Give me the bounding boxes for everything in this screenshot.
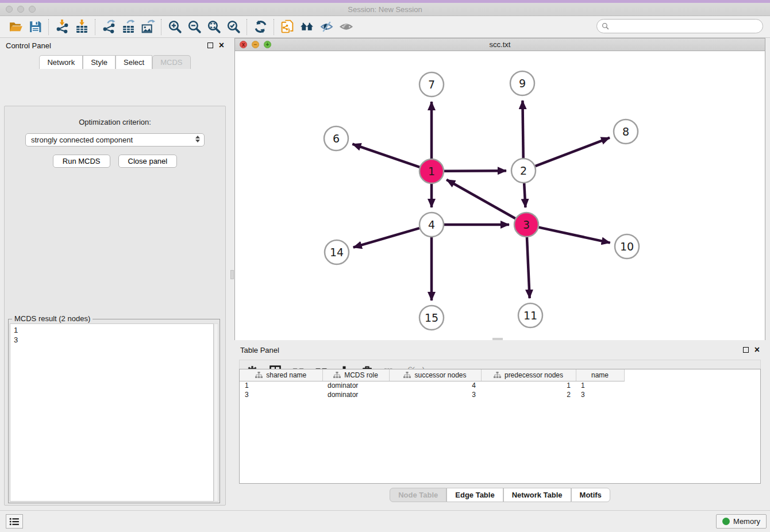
edge-3-1[interactable] [446,180,515,218]
control-panel-title: Control Panel [6,41,207,50]
control-panel-tabs: Network Style Select MCDS [0,55,230,69]
tab-network-table[interactable]: Network Table [503,488,571,502]
cell-mcds-role[interactable]: dominator [322,381,389,390]
tab-mcds[interactable]: MCDS [152,55,190,69]
network-graph[interactable]: 7968124314101511 [235,51,766,340]
tab-motifs[interactable]: Motifs [571,488,610,502]
node-label-4: 4 [428,218,435,231]
col-shared-name[interactable]: shared name [240,369,322,381]
memory-label: Memory [733,517,760,526]
hierarchy-icon [494,372,501,379]
cell-successor-nodes[interactable]: 3 [389,390,481,399]
show-graphics-button[interactable] [336,18,356,36]
optimization-criterion-label: Optimization criterion: [5,118,225,126]
tab-network[interactable]: Network [39,55,83,69]
close-network-icon[interactable]: x [240,41,247,48]
cell-successor-nodes[interactable]: 4 [389,381,481,390]
criterion-dropdown[interactable]: strongly connected component [25,133,205,147]
node-label-15: 15 [425,311,438,324]
save-session-button[interactable] [25,18,45,36]
splitter-grip[interactable] [230,270,234,279]
edge-2-9[interactable] [522,101,523,158]
edge-2-8[interactable] [536,138,610,166]
cell-name[interactable]: 3 [576,390,624,399]
float-table-panel-icon[interactable] [743,347,749,353]
float-panel-icon[interactable] [207,43,213,48]
close-panel-icon[interactable]: × [219,43,224,48]
result-line: 1 [14,325,213,335]
result-scrollbar[interactable] [214,323,218,502]
import-table-button[interactable] [72,18,91,36]
table-row[interactable]: 3 dominator 3 2 3 [240,390,760,399]
zoom-fit-button[interactable] [204,18,224,36]
edge-2-3[interactable] [524,183,525,207]
toolbar-separator [95,19,95,35]
cell-predecessor-nodes[interactable]: 2 [481,390,576,399]
search-field[interactable] [596,19,763,33]
col-predecessor-nodes[interactable]: predecessor nodes [481,369,576,381]
task-history-button[interactable] [6,514,23,529]
duplicate-network-button[interactable] [278,18,297,36]
import-table-icon [75,20,89,34]
zoom-out-button[interactable] [184,18,204,36]
table-row[interactable]: 1 dominator 4 1 1 [240,381,760,390]
close-table-panel-icon[interactable]: × [754,347,760,353]
edge-1-6[interactable] [352,144,419,167]
toolbar-separator [274,19,274,35]
export-network-button[interactable] [99,18,118,36]
tab-node-table[interactable]: Node Table [390,488,446,502]
tab-style[interactable]: Style [83,55,116,69]
mcds-result-textarea[interactable]: 1 3 [10,323,214,502]
tab-select[interactable]: Select [116,55,152,69]
minimize-network-icon[interactable]: − [252,41,259,48]
dropdown-stepper-icon [195,136,200,142]
cell-shared-name[interactable]: 1 [240,381,322,390]
zoom-in-button[interactable] [165,18,184,36]
mcds-panel: Optimization criterion: strongly connect… [4,106,226,506]
hierarchy-icon [255,372,263,379]
export-image-button[interactable] [138,18,157,36]
close-panel-button[interactable]: Close panel [118,155,178,168]
hide-show-icon [319,20,334,34]
control-panel-header: Control Panel × [0,38,230,53]
memory-button[interactable]: Memory [716,514,767,529]
maximize-network-icon[interactable]: + [264,41,271,48]
status-bar: Memory [0,510,770,532]
cell-name[interactable]: 1 [576,381,624,390]
network-window-controls: x − + [240,41,271,48]
save-icon [28,20,43,34]
table-panel-header: Table Panel × [234,342,765,357]
zoom-selected-button[interactable] [224,18,243,36]
edge-1-2[interactable] [444,171,506,171]
run-mcds-button[interactable]: Run MCDS [53,155,110,168]
edge-3-11[interactable] [527,237,530,298]
network-canvas[interactable]: 7968124314101511 [235,51,765,340]
tab-edge-table[interactable]: Edge Table [446,488,503,502]
home-button[interactable] [297,18,317,36]
toolbar-separator [161,19,161,35]
cell-shared-name[interactable]: 3 [240,390,322,399]
col-name[interactable]: name [576,369,624,381]
open-session-button[interactable] [6,18,25,36]
hierarchy-icon [403,372,411,379]
network-window-title: scc.txt [490,40,511,49]
search-input[interactable] [612,22,758,30]
cell-mcds-role[interactable]: dominator [322,390,389,399]
import-network-button[interactable] [52,18,72,36]
zoom-out-icon [187,20,202,34]
table-header-row: shared name MCDS role successor nodes pr… [240,369,760,381]
node-label-7: 7 [428,78,435,91]
edge-4-14[interactable] [353,228,419,247]
edge-3-10[interactable] [538,228,610,243]
refresh-layout-icon [253,20,268,34]
panel-splitter[interactable] [230,38,234,510]
col-mcds-role[interactable]: MCDS role [322,369,389,381]
hide-show-panels-button[interactable] [317,18,336,36]
cell-predecessor-nodes[interactable]: 1 [481,381,576,390]
network-window-titlebar[interactable]: x − + scc.txt [235,38,765,51]
canvas-scroll-grip[interactable] [492,338,503,340]
export-table-button[interactable] [118,18,138,36]
apply-layout-button[interactable] [251,18,270,36]
col-successor-nodes[interactable]: successor nodes [389,369,481,381]
node-table[interactable]: shared name MCDS role successor nodes pr… [239,369,761,484]
